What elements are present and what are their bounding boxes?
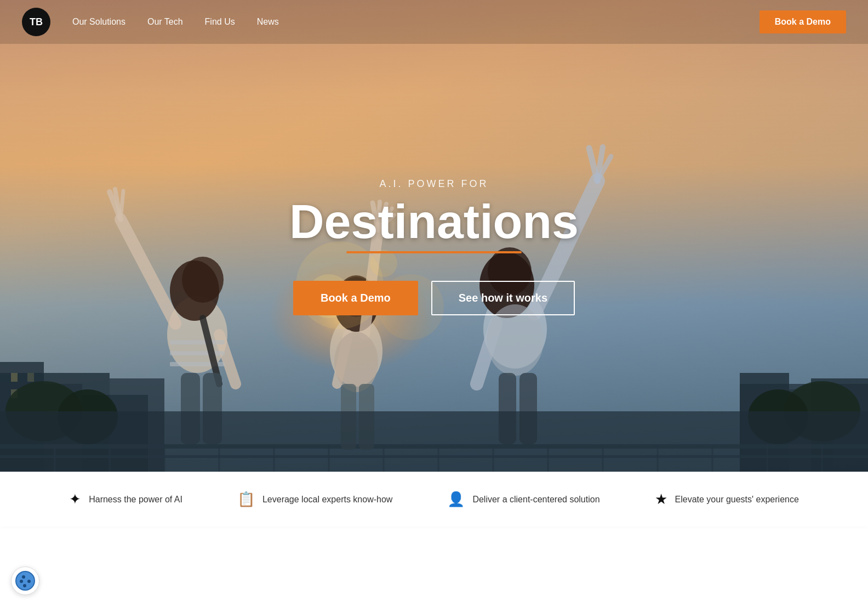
logo[interactable]: TB xyxy=(22,8,50,36)
nav-book-demo-button[interactable]: Book a Demo xyxy=(760,10,846,33)
hero-see-how-button[interactable]: See how it works xyxy=(431,281,575,315)
nav-item-solutions[interactable]: Our Solutions xyxy=(72,17,125,27)
feature-text-2: Deliver a client-centered solution xyxy=(472,495,599,505)
cookie-dot-4 xyxy=(23,584,26,587)
feature-item-2: 👤 Deliver a client-centered solution xyxy=(447,491,599,508)
cookie-dot-2 xyxy=(20,580,23,583)
logo-text: TB xyxy=(30,16,43,28)
feature-item-3: ★ Elevate your guests' experience xyxy=(655,491,799,508)
nav-item-tech[interactable]: Our Tech xyxy=(147,17,183,27)
cookie-consent-button[interactable] xyxy=(11,567,39,595)
feature-item-1: 📋 Leverage local experts know-how xyxy=(237,491,392,508)
hero-content: A.I. POWER FOR Destinations Book a Demo … xyxy=(0,0,868,472)
hero-title: Destinations xyxy=(289,196,579,247)
nav-item-find-us[interactable]: Find Us xyxy=(205,17,235,27)
hero-title-underline xyxy=(346,251,522,253)
feature-text-1: Leverage local experts know-how xyxy=(262,495,392,505)
feature-text-3: Elevate your guests' experience xyxy=(675,495,799,505)
star-icon: ★ xyxy=(655,491,667,508)
cookie-icon xyxy=(15,571,35,591)
ai-icon: ✦ xyxy=(69,491,81,508)
cookie-dot-3 xyxy=(27,580,31,583)
feature-item-0: ✦ Harness the power of AI xyxy=(69,491,182,508)
cookie-dot-1 xyxy=(22,575,25,579)
client-icon: 👤 xyxy=(447,491,465,508)
navbar: TB Our Solutions Our Tech Find Us News B… xyxy=(0,0,868,44)
nav-links: Our Solutions Our Tech Find Us News xyxy=(72,17,760,27)
hero-buttons: Book a Demo See how it works xyxy=(293,281,575,315)
hero-subtitle: A.I. POWER FOR xyxy=(379,178,488,190)
experts-icon: 📋 xyxy=(237,491,255,508)
hero-book-demo-button[interactable]: Book a Demo xyxy=(293,281,418,315)
hero-section: A.I. POWER FOR Destinations Book a Demo … xyxy=(0,0,868,472)
feature-bar: ✦ Harness the power of AI 📋 Leverage loc… xyxy=(0,472,868,526)
feature-text-0: Harness the power of AI xyxy=(89,495,182,505)
nav-item-news[interactable]: News xyxy=(257,17,279,27)
